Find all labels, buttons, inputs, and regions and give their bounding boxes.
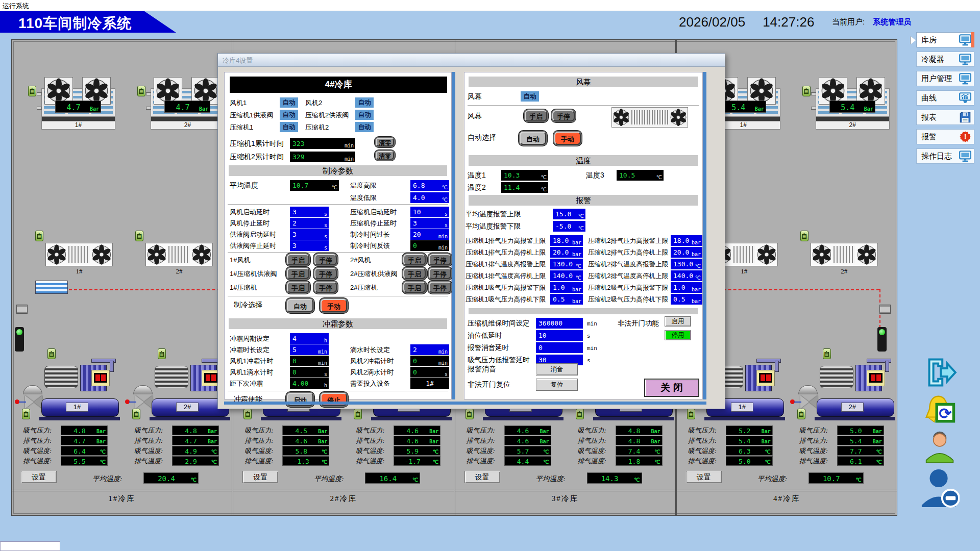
fan-coil-label: 2# [811, 267, 878, 276]
reset-counter-button[interactable]: 清零 [376, 138, 394, 146]
close-dialog-button[interactable]: 关 闭 [644, 379, 699, 397]
delay-input[interactable]: 3s [290, 229, 329, 240]
maintenance-input[interactable]: 360000 [536, 318, 583, 329]
suction-pressure-display: 4.6Bar [394, 425, 440, 435]
curtain-manual-button[interactable]: 手动 [554, 132, 581, 145]
maintenance-row: 报警消音延时 0 min [464, 342, 702, 354]
curtain-stop-button[interactable]: 手停 [552, 110, 575, 121]
door-disable-button[interactable]: 停用 [665, 330, 691, 340]
delay-input[interactable]: 10s [410, 207, 449, 217]
delay-input[interactable]: 3s [410, 218, 449, 229]
limit-input[interactable]: 0.5bar [671, 294, 702, 305]
limit-input[interactable]: 140.0℃ [671, 270, 702, 281]
delay-input[interactable]: 0min [410, 240, 449, 251]
manual-stop-button[interactable]: 手停 [314, 268, 337, 279]
curtain-start-button[interactable]: 手启 [525, 110, 547, 121]
manual-start-button[interactable]: 手启 [403, 268, 426, 279]
manual-start-button[interactable]: 手启 [287, 254, 309, 265]
manual-stop-button[interactable]: 手停 [429, 268, 451, 279]
sidebar-item-label: 操作日志 [921, 152, 959, 161]
fan-coil-unit [45, 243, 113, 266]
auto-mode-badge: 自 [802, 86, 811, 96]
sidebar-item[interactable]: 报表 [916, 110, 974, 125]
limit-input[interactable]: 0.5bar [550, 294, 583, 305]
sidebar-item[interactable]: 报警 [916, 129, 974, 144]
storage-settings-button[interactable]: 设置 [242, 471, 278, 483]
compressor-pump-unit: 自 2# 自 [790, 348, 898, 421]
maintenance-input[interactable]: 10 [536, 330, 583, 341]
limit-input[interactable]: 1.0bar [550, 282, 583, 293]
manual-stop-button[interactable]: 手停 [314, 254, 337, 265]
delay-param-row: 供液阀停止延时 3s 制冷时间反馈 0min [225, 240, 451, 251]
manual-start-button[interactable]: 手启 [287, 282, 309, 293]
delay-input[interactable]: 3s [290, 240, 329, 251]
storage-settings-button[interactable]: 设置 [21, 471, 57, 483]
limit-input[interactable]: 20.0bar [550, 247, 583, 258]
manual-start-button[interactable]: 手启 [287, 268, 309, 279]
manual-stop-button[interactable]: 手停 [429, 282, 451, 293]
cooling-auto-button[interactable]: 自动 [287, 299, 313, 312]
user-logout-button[interactable] [920, 467, 960, 510]
temperature-header: 温度 [469, 155, 698, 166]
sidebar-item[interactable]: 库房 [916, 32, 974, 47]
alarm-ack-button[interactable] [921, 394, 958, 427]
manual-stop-button[interactable]: 手停 [429, 254, 451, 265]
limit-input[interactable]: 130.0℃ [671, 259, 702, 269]
curtain-manual-row: 风幕 手启 手停 [464, 110, 702, 126]
storage-settings-button[interactable]: 设置 [464, 471, 500, 483]
limit-input[interactable]: 1.0bar [671, 282, 702, 293]
delay-input[interactable]: 20min [410, 229, 449, 240]
mute-button[interactable]: 消音 [536, 363, 578, 375]
defrost-field[interactable]: 0s [410, 367, 449, 378]
limit-input[interactable]: 18.0bar [671, 235, 702, 246]
limit-input[interactable]: 130.0℃ [550, 259, 583, 269]
door-enable-button[interactable]: 启用 [665, 316, 691, 327]
door-reset-button[interactable]: 复位 [536, 379, 578, 391]
manual-start-button[interactable]: 手启 [403, 254, 426, 265]
manual-stop-button[interactable]: 手停 [314, 282, 337, 293]
reset-counter-button[interactable]: 清零 [376, 151, 394, 160]
suction-temp-display: 7.7℃ [837, 446, 884, 456]
reading-row: 吸气压力: 4.6Bar 吸气压力: 4.8Bar [455, 425, 675, 436]
defrost-cycle-input[interactable]: 4h [290, 333, 329, 344]
suction-pressure-display: 5.2Bar [726, 425, 773, 435]
storage-settings-button[interactable]: 设置 [686, 471, 722, 483]
window-menubar[interactable]: 运行系统 [0, 0, 980, 11]
compressor-limit-row: 压缩机1排气压力高停机上限 20.0bar 压缩机2排气压力高停机上限 20.0… [464, 246, 702, 258]
auto-mode-badge: 自 [797, 409, 805, 419]
dialog-titlebar[interactable]: 冷库4设置 [218, 54, 725, 67]
curtain-auto-button[interactable]: 自动 [520, 132, 546, 145]
sidebar-item[interactable]: 操作日志 [916, 148, 974, 164]
defrost-field[interactable]: 0s [290, 367, 329, 378]
limit-input[interactable]: 140.0℃ [550, 270, 583, 281]
auto-mode-badge: 自 [823, 348, 831, 359]
sidebar-item[interactable]: 冷凝器 [916, 52, 974, 67]
cooling-manual-button[interactable]: 手动 [321, 299, 347, 312]
maintenance-input[interactable]: 0 [536, 342, 583, 353]
avg-alarm-input[interactable]: -5.0℃ [553, 221, 585, 232]
suction-pressure-display: 4.8Bar [616, 425, 663, 435]
suction-pressure-display: 4.8Bar [61, 425, 108, 435]
delay-input[interactable]: 3s [290, 207, 329, 217]
temp-high-limit-input[interactable]: 6.8℃ [410, 180, 449, 191]
defrost-field[interactable]: 5min [290, 344, 329, 355]
defrost-field[interactable]: 2min [410, 344, 449, 355]
exit-button[interactable] [919, 356, 963, 391]
curtain-status-row: 风幕 自动 [464, 91, 702, 103]
sidebar-item-label: 用户管理 [921, 74, 959, 84]
limit-input[interactable]: 18.0bar [550, 235, 583, 246]
delay-input[interactable]: 2s [290, 218, 329, 229]
manual-start-button[interactable]: 手启 [403, 282, 426, 293]
sidebar-item-icon [959, 91, 972, 105]
defrost-field[interactable]: 0min [290, 356, 329, 366]
menu-run-system[interactable]: 运行系统 [3, 2, 29, 10]
suction-pressure-display: 5.0Bar [837, 425, 884, 435]
temp-low-limit-input[interactable]: 4.0℃ [410, 192, 449, 203]
user-login-button[interactable] [923, 429, 957, 465]
avg-temp-row: 平均温度 10.7℃ 温度高限 6.8℃ [225, 180, 451, 192]
sidebar-item[interactable]: 曲线 [916, 90, 974, 106]
limit-input[interactable]: 20.0bar [671, 247, 702, 258]
defrost-field[interactable]: 0min [410, 356, 449, 366]
avg-alarm-input[interactable]: 15.0℃ [553, 209, 585, 219]
sidebar-item[interactable]: 用户管理 [916, 71, 974, 86]
